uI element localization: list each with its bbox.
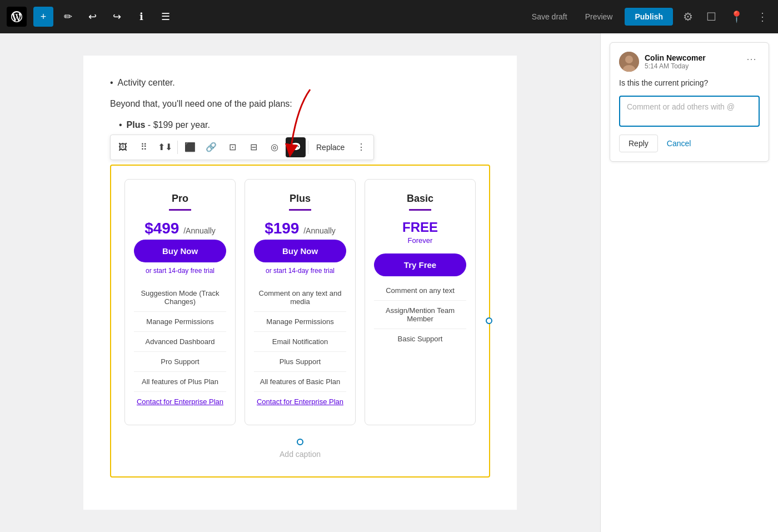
basic-underline	[409, 209, 431, 211]
link-toolbar-btn[interactable]: 🔗	[201, 137, 221, 157]
pro-feature-3: Advanced Dashboard	[134, 332, 226, 352]
comment-text: Is this the current pricing?	[619, 77, 760, 89]
redo-button[interactable]: ↪	[107, 7, 127, 27]
plus-bullet-item: Plus - $199 per year.	[119, 120, 490, 130]
topbar: + ✏ ↩ ↪ ℹ ☰ Save draft Preview Publish ⚙…	[0, 0, 778, 33]
pro-feature-1: Suggestion Mode (Track Changes)	[134, 284, 226, 312]
toolbar-divider-1	[177, 141, 178, 154]
replace-button[interactable]: Replace	[311, 140, 350, 155]
mask-toolbar-btn[interactable]: ⊟	[243, 137, 263, 157]
plus-section: Plus - $199 per year.	[110, 120, 490, 130]
cancel-button[interactable]: Cancel	[662, 135, 696, 152]
preview-button[interactable]: Preview	[580, 9, 619, 24]
plus-feature-4: Plus Support	[254, 352, 346, 372]
comment-more-button[interactable]: ⋯	[743, 52, 760, 66]
plus-buy-button[interactable]: Buy Now	[254, 240, 346, 262]
basic-forever: Forever	[374, 236, 466, 245]
comment-card: Colin Newcomer 5:14 AM Today ⋯ Is this t…	[610, 42, 769, 162]
avatar	[619, 52, 639, 72]
editor-area: Activity center. Beyond that, you'll nee…	[0, 33, 778, 532]
image-toolbar-btn[interactable]: 🖼	[113, 137, 133, 157]
plus-feature-2: Manage Permissions	[254, 312, 346, 332]
publish-button[interactable]: Publish	[625, 8, 673, 26]
wordpress-logo[interactable]	[7, 7, 27, 27]
pricing-block: Pro $499 /Annually Buy Now or start 14-d…	[110, 165, 490, 478]
location-icon[interactable]: 📍	[726, 7, 747, 27]
pricing-grid: Pro $499 /Annually Buy Now or start 14-d…	[120, 175, 480, 430]
caption-dot	[297, 439, 303, 445]
bullet-item-activity: Activity center.	[110, 78, 490, 88]
plus-card-title: Plus	[254, 193, 346, 205]
comment-time: 5:14 AM Today	[645, 62, 706, 70]
pro-enterprise-link[interactable]: Contact for Enterprise Plan	[134, 392, 226, 411]
basic-try-button[interactable]: Try Free	[374, 253, 466, 276]
pro-feature-5: All features of Plus Plan	[134, 372, 226, 392]
comment-header: Colin Newcomer 5:14 AM Today ⋯	[619, 52, 760, 72]
caption-placeholder[interactable]: Add caption	[280, 450, 321, 459]
comment-author-row: Colin Newcomer 5:14 AM Today	[619, 52, 706, 72]
basic-price: FREE	[374, 220, 466, 235]
editor-main: Activity center. Beyond that, you'll nee…	[0, 33, 600, 532]
plus-feature-3: Email Notification	[254, 332, 346, 352]
intro-paragraph: Beyond that, you'll need one of the paid…	[110, 97, 490, 111]
pro-card-title: Pro	[134, 193, 226, 205]
drag-toolbar-btn[interactable]: ⠿	[134, 137, 154, 157]
basic-card-title: Basic	[374, 193, 466, 205]
avatar-image	[619, 52, 639, 72]
pricing-card-plus: Plus $199 /Annually Buy Now or start 14-…	[245, 179, 356, 425]
undo-button[interactable]: ↩	[82, 7, 102, 27]
comment-input[interactable]	[619, 96, 760, 127]
align-toolbar-btn[interactable]: ⬛	[180, 137, 200, 157]
pro-buy-button[interactable]: Buy Now	[134, 240, 226, 262]
select-toolbar-btn[interactable]: ◎	[265, 137, 285, 157]
pro-underline	[169, 209, 191, 211]
comment-actions: Reply Cancel	[619, 135, 760, 152]
save-draft-button[interactable]: Save draft	[526, 9, 573, 24]
pricing-card-pro: Pro $499 /Annually Buy Now or start 14-d…	[124, 179, 236, 425]
block-toolbar: 🖼 ⠿ ⬆⬇ ⬛ 🔗 ⊡ ⊟ ◎ 💬 Replace ⋮	[110, 135, 374, 160]
basic-feature-1: Comment on any text	[374, 281, 466, 301]
more-toolbar-btn[interactable]: ⋮	[351, 137, 371, 157]
editor-content: Activity center. Beyond that, you'll nee…	[83, 56, 517, 510]
comment-author-name: Colin Newcomer	[645, 53, 706, 62]
crop-toolbar-btn[interactable]: ⊡	[222, 137, 242, 157]
more-icon[interactable]: ⋮	[754, 7, 771, 27]
basic-feature-3: Basic Support	[374, 329, 466, 349]
caption-area: Add caption	[120, 430, 480, 468]
settings-icon[interactable]: ⚙	[680, 7, 696, 27]
editor-icon[interactable]: ☐	[703, 7, 720, 27]
pro-price: $499 /Annually	[134, 220, 226, 237]
topbar-right: Save draft Preview Publish ⚙ ☐ 📍 ⋮	[526, 7, 771, 27]
plus-feature-5: All features of Basic Plan	[254, 372, 346, 392]
plus-enterprise-link[interactable]: Contact for Enterprise Plan	[254, 392, 346, 411]
plus-price: $199 /Annually	[254, 220, 346, 237]
pricing-card-basic: Basic FREE Forever Try Free Comment on a…	[365, 179, 476, 425]
comment-panel: Colin Newcomer 5:14 AM Today ⋯ Is this t…	[600, 33, 778, 532]
basic-feature-2: Assign/Mention Team Member	[374, 301, 466, 329]
plus-feature-1: Comment on any text and media	[254, 284, 346, 312]
edit-button[interactable]: ✏	[58, 7, 78, 27]
pro-feature-4: Pro Support	[134, 352, 226, 372]
info-button[interactable]: ℹ	[131, 7, 151, 27]
reply-button[interactable]: Reply	[619, 135, 658, 152]
svg-point-2	[625, 56, 633, 63]
plus-trial-link[interactable]: or start 14-day free trial	[254, 267, 346, 275]
pro-feature-2: Manage Permissions	[134, 312, 226, 332]
resize-handle[interactable]	[486, 317, 492, 324]
add-block-button[interactable]: +	[33, 7, 53, 27]
list-view-button[interactable]: ☰	[156, 7, 176, 27]
toolbar-divider-2	[308, 141, 308, 154]
pro-trial-link[interactable]: or start 14-day free trial	[134, 267, 226, 275]
comment-toolbar-btn[interactable]: 💬	[286, 137, 306, 157]
move-toolbar-btn[interactable]: ⬆⬇	[155, 137, 175, 157]
comment-meta: Colin Newcomer 5:14 AM Today	[645, 53, 706, 70]
plus-underline	[289, 209, 311, 211]
